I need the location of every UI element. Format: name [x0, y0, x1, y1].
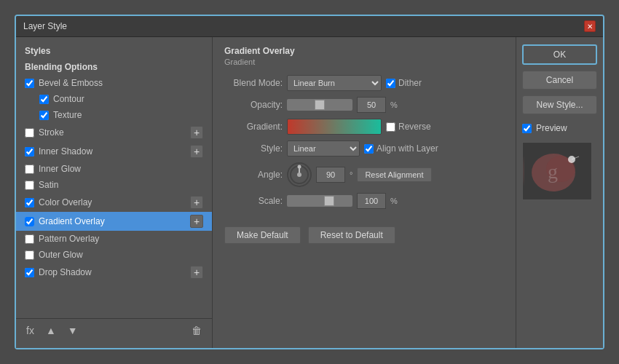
delete-button[interactable]: 🗑	[189, 323, 205, 338]
new-style-button[interactable]: New Style...	[522, 95, 597, 114]
left-panel: Styles Blending Options Bevel & Emboss C…	[16, 37, 213, 348]
sidebar-item-inner-shadow[interactable]: Inner Shadow +	[16, 142, 212, 161]
stroke-checkbox[interactable]	[25, 128, 34, 138]
inner-shadow-add-button[interactable]: +	[190, 145, 203, 158]
style-label: Style:	[224, 143, 283, 154]
stroke-add-button[interactable]: +	[190, 126, 203, 139]
panel-subtitle: Gradient	[224, 58, 504, 66]
angle-wheel[interactable]	[287, 162, 312, 187]
opacity-slider[interactable]	[287, 99, 352, 111]
reset-to-default-button[interactable]: Reset to Default	[308, 226, 395, 244]
gradient-overlay-checkbox[interactable]	[25, 217, 34, 226]
cancel-button[interactable]: Cancel	[522, 71, 597, 90]
opacity-unit: %	[390, 100, 398, 109]
preview-image: g	[523, 143, 591, 199]
scale-input[interactable]	[357, 193, 386, 209]
dither-label: Dither	[398, 78, 422, 88]
gradient-label: Gradient:	[224, 122, 283, 132]
align-row: Align with Layer	[364, 143, 438, 154]
move-down-button[interactable]: ▼	[65, 323, 81, 338]
dialog-body: Styles Blending Options Bevel & Emboss C…	[16, 37, 603, 348]
close-button[interactable]: ✕	[584, 20, 596, 32]
drop-shadow-checkbox[interactable]	[25, 268, 34, 277]
reset-alignment-button[interactable]: Reset Alignment	[357, 167, 431, 182]
style-row: Style: Linear Radial Angle Reflected Dia…	[224, 141, 504, 157]
contour-checkbox[interactable]	[39, 95, 49, 104]
outer-glow-checkbox[interactable]	[25, 250, 34, 260]
fx-button[interactable]: fx	[23, 323, 37, 338]
reverse-label: Reverse	[398, 122, 431, 132]
sidebar-item-texture[interactable]: Texture	[16, 107, 212, 123]
sidebar-item-bevel-emboss[interactable]: Bevel & Emboss	[16, 75, 212, 91]
reverse-checkbox[interactable]	[386, 122, 395, 132]
inner-shadow-checkbox[interactable]	[25, 147, 34, 157]
action-buttons-row: Make Default Reset to Default	[224, 226, 504, 244]
drop-shadow-add-button[interactable]: +	[190, 266, 203, 279]
preview-canvas: g	[522, 142, 592, 200]
blend-mode-label: Blend Mode:	[224, 78, 283, 88]
gradient-overlay-add-button[interactable]: +	[190, 215, 203, 228]
opacity-label: Opacity:	[224, 100, 283, 110]
color-overlay-checkbox[interactable]	[25, 198, 34, 207]
angle-input[interactable]	[316, 167, 345, 183]
scale-label: Scale:	[224, 196, 283, 206]
scale-slider[interactable]	[287, 195, 352, 207]
color-overlay-add-button[interactable]: +	[190, 196, 203, 209]
angle-unit: °	[350, 170, 352, 179]
dither-row: Dither	[386, 78, 422, 88]
scale-unit: %	[390, 197, 398, 205]
make-default-button[interactable]: Make Default	[224, 226, 301, 244]
align-checkbox[interactable]	[364, 144, 374, 154]
sidebar-item-color-overlay[interactable]: Color Overlay +	[16, 193, 212, 212]
svg-text:g: g	[548, 160, 558, 183]
dither-checkbox[interactable]	[386, 79, 395, 88]
panel-title: Gradient Overlay	[224, 46, 504, 56]
ok-button[interactable]: OK	[522, 44, 597, 65]
inner-glow-checkbox[interactable]	[25, 165, 34, 174]
gradient-preview[interactable]	[287, 119, 382, 135]
preview-checkbox[interactable]	[522, 124, 532, 133]
angle-row: Angle: ° Reset Alignment	[224, 162, 504, 187]
sidebar-item-outer-glow[interactable]: Outer Glow	[16, 247, 212, 263]
sidebar-item-inner-glow[interactable]: Inner Glow	[16, 161, 212, 177]
left-panel-bottom: fx ▲ ▼ 🗑	[16, 318, 212, 342]
sidebar-item-styles[interactable]: Styles	[16, 43, 212, 59]
preview-svg: g	[524, 143, 590, 199]
center-panel: Gradient Overlay Gradient Blend Mode: Li…	[213, 37, 516, 348]
svg-point-2	[298, 165, 301, 169]
title-bar: Layer Style ✕	[16, 16, 603, 37]
sidebar-item-blending-options[interactable]: Blending Options	[16, 59, 212, 75]
sidebar-item-contour[interactable]: Contour	[16, 91, 212, 107]
sidebar-item-satin[interactable]: Satin	[16, 177, 212, 193]
dialog-title: Layer Style	[23, 21, 67, 31]
texture-checkbox[interactable]	[39, 111, 49, 120]
blend-mode-row: Blend Mode: Linear Burn Normal Multiply …	[224, 75, 504, 91]
sidebar-item-stroke[interactable]: Stroke +	[16, 123, 212, 142]
bevel-emboss-checkbox[interactable]	[25, 79, 34, 88]
layer-style-dialog: Layer Style ✕ Styles Blending Options Be…	[15, 15, 604, 349]
angle-indicator	[297, 173, 301, 177]
scale-row: Scale: %	[224, 193, 504, 209]
angle-label: Angle:	[224, 170, 283, 180]
reverse-row: Reverse	[386, 122, 431, 132]
sidebar-item-pattern-overlay[interactable]: Pattern Overlay	[16, 231, 212, 247]
satin-checkbox[interactable]	[25, 181, 34, 190]
preview-row: Preview	[522, 123, 597, 133]
style-select[interactable]: Linear Radial Angle Reflected Diamond	[287, 141, 360, 157]
pattern-overlay-checkbox[interactable]	[25, 234, 34, 244]
move-up-button[interactable]: ▲	[43, 323, 59, 338]
align-label: Align with Layer	[376, 143, 438, 154]
preview-label-text: Preview	[536, 123, 567, 133]
opacity-row: Opacity: %	[224, 97, 504, 113]
blend-mode-select[interactable]: Linear Burn Normal Multiply Screen	[287, 75, 382, 91]
right-panel: OK Cancel New Style... Preview g	[516, 37, 603, 348]
sidebar-item-gradient-overlay[interactable]: Gradient Overlay +	[16, 212, 212, 231]
sidebar-item-drop-shadow[interactable]: Drop Shadow +	[16, 263, 212, 282]
gradient-row: Gradient: Reverse	[224, 119, 504, 135]
opacity-input[interactable]	[357, 97, 386, 113]
